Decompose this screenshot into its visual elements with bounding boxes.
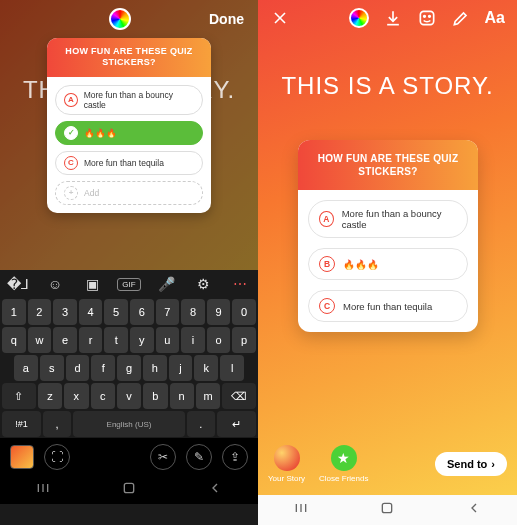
key-s[interactable]: s [40, 355, 64, 381]
key-3[interactable]: 3 [53, 299, 77, 325]
key-h[interactable]: h [143, 355, 167, 381]
key-7[interactable]: 7 [156, 299, 180, 325]
quiz-option-a[interactable]: A More fun than a bouncy castle [308, 200, 468, 238]
sticker-icon[interactable]: ▣ [80, 276, 104, 292]
back-button[interactable] [207, 480, 223, 500]
key-8[interactable]: 8 [181, 299, 205, 325]
crop-icon[interactable]: ✂ [150, 444, 176, 470]
key-r[interactable]: r [79, 327, 103, 353]
svg-rect-14 [383, 503, 392, 512]
focus-icon[interactable]: ⛶ [44, 444, 70, 470]
quiz-sticker[interactable]: HOW FUN ARE THESE QUIZ STICKERS? A More … [298, 140, 478, 332]
key-e[interactable]: e [53, 327, 77, 353]
gif-icon[interactable]: GIF [117, 278, 141, 291]
quiz-option-a[interactable]: A More fun than a bouncy castle [55, 85, 203, 115]
key-m[interactable]: m [196, 383, 220, 409]
key-d[interactable]: d [66, 355, 90, 381]
option-check-icon: ✓ [64, 126, 78, 140]
color-wheel-icon[interactable] [109, 8, 131, 30]
gallery-thumbnail[interactable] [10, 445, 34, 469]
keyboard-toolbar: �⅃ ☺ ▣ GIF 🎤 ⚙ ⋯ [0, 270, 258, 298]
more-icon[interactable]: ⋯ [228, 276, 252, 292]
quiz-option-b-selected[interactable]: ✓ 🔥🔥🔥 [55, 121, 203, 145]
key-y[interactable]: y [130, 327, 154, 353]
quiz-option-c[interactable]: C More fun than tequila [308, 290, 468, 322]
close-friends-button[interactable]: ★ Close Friends [319, 445, 368, 483]
voice-icon[interactable]: 🎤 [154, 276, 178, 292]
key-n[interactable]: n [170, 383, 194, 409]
key-w[interactable]: w [28, 327, 52, 353]
your-story-button[interactable]: Your Story [268, 445, 305, 483]
svg-point-9 [423, 16, 425, 18]
quiz-option-c[interactable]: C More fun than tequila [55, 151, 203, 175]
enter-key[interactable]: ↵ [217, 411, 256, 437]
story-canvas-left: Done THIS IS A STORY. HOW FUN ARE THESE … [0, 0, 258, 270]
quiz-add-option[interactable]: + Add [55, 181, 203, 205]
emoji-icon[interactable]: ☺ [43, 276, 67, 292]
keyboard-row-4: !#1 , English (US) . ↵ [0, 410, 258, 438]
download-icon[interactable] [383, 8, 403, 28]
option-letter: B [319, 256, 335, 272]
space-key[interactable]: English (US) [73, 411, 185, 437]
shift-key[interactable]: ⇧ [2, 383, 36, 409]
symbols-key[interactable]: !#1 [2, 411, 41, 437]
key-5[interactable]: 5 [104, 299, 128, 325]
color-wheel-icon[interactable] [349, 8, 369, 28]
close-icon[interactable] [270, 8, 290, 28]
key-1[interactable]: 1 [2, 299, 26, 325]
key-f[interactable]: f [91, 355, 115, 381]
key-z[interactable]: z [38, 383, 62, 409]
soft-keyboard[interactable]: �⅃ ☺ ▣ GIF 🎤 ⚙ ⋯ 1234567890 qwertyuiop a… [0, 270, 258, 525]
quiz-question[interactable]: HOW FUN ARE THESE QUIZ STICKERS? [47, 38, 211, 77]
edit-icon[interactable]: ✎ [186, 444, 212, 470]
key-6[interactable]: 6 [130, 299, 154, 325]
key-x[interactable]: x [64, 383, 88, 409]
send-to-button[interactable]: Send to › [435, 452, 507, 476]
story-text[interactable]: THIS IS A STORY. [258, 72, 517, 100]
share-icon[interactable]: ⇪ [222, 444, 248, 470]
settings-icon[interactable]: ⚙ [191, 276, 215, 292]
recents-button[interactable] [35, 480, 51, 500]
key-0[interactable]: 0 [232, 299, 256, 325]
key-2[interactable]: 2 [28, 299, 52, 325]
text-tool-button[interactable]: Aa [485, 9, 505, 27]
keyboard-number-row: 1234567890 [0, 298, 258, 326]
back-button[interactable] [466, 500, 482, 520]
key-4[interactable]: 4 [79, 299, 103, 325]
key-b[interactable]: b [143, 383, 167, 409]
keyboard-row-2: asdfghjkl [0, 354, 258, 382]
key-l[interactable]: l [220, 355, 244, 381]
quiz-option-b[interactable]: B 🔥🔥🔥 [308, 248, 468, 280]
comma-key[interactable]: , [43, 411, 71, 437]
key-k[interactable]: k [194, 355, 218, 381]
option-letter: A [64, 93, 78, 107]
draw-icon[interactable] [451, 8, 471, 28]
key-o[interactable]: o [207, 327, 231, 353]
key-j[interactable]: j [169, 355, 193, 381]
sticker-icon[interactable] [417, 8, 437, 28]
key-9[interactable]: 9 [207, 299, 231, 325]
done-button[interactable]: Done [209, 11, 244, 27]
key-q[interactable]: q [2, 327, 26, 353]
left-phone: Done THIS IS A STORY. HOW FUN ARE THESE … [0, 0, 258, 525]
your-story-label: Your Story [268, 474, 305, 483]
key-a[interactable]: a [14, 355, 38, 381]
key-t[interactable]: t [104, 327, 128, 353]
recents-button[interactable] [293, 500, 309, 520]
share-row: Your Story ★ Close Friends Send to › [258, 445, 517, 483]
keyboard-expand-icon[interactable]: �⅃ [6, 276, 30, 292]
home-button[interactable] [121, 480, 137, 500]
key-c[interactable]: c [91, 383, 115, 409]
story-topbar: Aa [258, 8, 517, 28]
key-u[interactable]: u [156, 327, 180, 353]
key-i[interactable]: i [181, 327, 205, 353]
quiz-sticker-editor[interactable]: HOW FUN ARE THESE QUIZ STICKERS? A More … [47, 38, 211, 213]
quiz-options: A More fun than a bouncy castle ✓ 🔥🔥🔥 C … [47, 77, 211, 213]
home-button[interactable] [379, 500, 395, 520]
key-g[interactable]: g [117, 355, 141, 381]
close-friends-label: Close Friends [319, 474, 368, 483]
period-key[interactable]: . [187, 411, 215, 437]
key-p[interactable]: p [232, 327, 256, 353]
key-v[interactable]: v [117, 383, 141, 409]
backspace-key[interactable]: ⌫ [222, 383, 256, 409]
